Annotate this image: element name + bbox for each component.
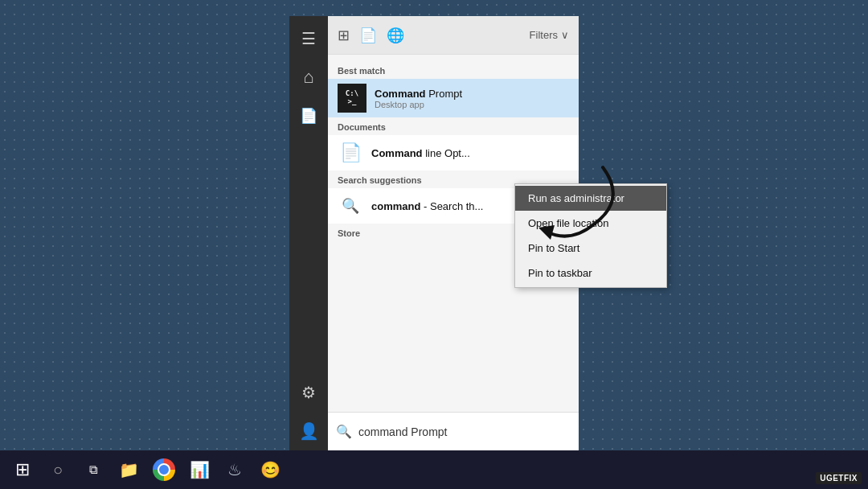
start-menu-sidebar: ☰ ⌂ 📄 ⚙ 👤 — [289, 16, 328, 450]
chevron-down-icon: ∨ — [561, 29, 569, 41]
result-cmd-line-opt[interactable]: 📄 Command line Opt... — [328, 135, 579, 171]
result-cmd-title: Command Prompt — [375, 88, 569, 100]
task-view-icon: ⧉ — [89, 462, 98, 477]
search-icon: 🔍 — [338, 193, 363, 219]
result-cmd-prompt[interactable]: C:\>_ Command Prompt Desktop app — [328, 79, 579, 117]
sidebar-item-home[interactable]: ⌂ — [289, 58, 328, 97]
search-toolbar: ⊞ 📄 🌐 Filters ∨ — [328, 16, 579, 55]
steam-icon: ♨ — [227, 460, 242, 479]
task-view-button[interactable]: ⧉ — [77, 454, 109, 486]
user-icon: 👤 — [299, 421, 319, 441]
result-cmd-text: Command Prompt Desktop app — [375, 88, 569, 109]
hamburger-icon: ☰ — [301, 29, 316, 48]
documents-icon: 📄 — [300, 107, 317, 125]
search-box: 🔍 — [328, 412, 579, 450]
emoji-icon: 😊 — [260, 460, 280, 479]
document-view-icon[interactable]: 📄 — [359, 27, 377, 44]
ugetfix-badge: UGETFIX — [816, 472, 862, 484]
context-pin-to-taskbar[interactable]: Pin to taskbar — [515, 261, 666, 286]
sidebar-item-settings[interactable]: ⚙ — [289, 373, 328, 412]
result-cmd-subtitle: Desktop app — [375, 100, 569, 109]
section-documents-label: Documents — [328, 117, 579, 135]
excel-icon: 📊 — [190, 460, 210, 479]
chrome-button[interactable] — [148, 454, 180, 486]
sidebar-item-hamburger[interactable]: ☰ — [289, 19, 328, 58]
cortana-button[interactable]: ○ — [42, 454, 74, 486]
search-box-icon: 🔍 — [336, 424, 352, 439]
search-input[interactable] — [358, 425, 571, 438]
cmd-icon: C:\>_ — [338, 84, 366, 113]
result-doc-title: Command line Opt... — [371, 147, 569, 159]
context-open-file-location[interactable]: Open file location — [515, 211, 666, 236]
emoji-button[interactable]: 😊 — [254, 454, 286, 486]
taskbar: ⊞ ○ ⧉ 📁 📊 ♨ 😊 — [0, 450, 868, 489]
excel-button[interactable]: 📊 — [183, 454, 215, 486]
settings-icon: ⚙ — [301, 383, 316, 402]
context-run-as-admin[interactable]: Run as administrator — [515, 186, 666, 211]
windows-icon: ⊞ — [15, 459, 30, 480]
grid-view-icon[interactable]: ⊞ — [338, 27, 350, 44]
steam-button[interactable]: ♨ — [219, 454, 251, 486]
web-view-icon[interactable]: 🌐 — [387, 27, 404, 44]
chrome-icon — [153, 458, 175, 481]
context-menu: Run as administrator Open file location … — [514, 183, 667, 288]
sidebar-item-documents[interactable]: 📄 — [289, 97, 328, 135]
file-explorer-button[interactable]: 📁 — [113, 454, 145, 486]
filters-label: Filters — [530, 29, 558, 41]
start-button[interactable]: ⊞ — [6, 454, 39, 486]
context-pin-to-start[interactable]: Pin to Start — [515, 236, 666, 261]
filters-button[interactable]: Filters ∨ — [530, 29, 569, 41]
doc-icon: 📄 — [338, 140, 363, 166]
section-best-match-label: Best match — [328, 61, 579, 79]
cortana-icon: ○ — [53, 461, 63, 479]
home-icon: ⌂ — [303, 67, 313, 88]
result-doc-text: Command line Opt... — [371, 147, 569, 159]
sidebar-item-user[interactable]: 👤 — [289, 412, 328, 450]
folder-icon: 📁 — [119, 460, 139, 479]
